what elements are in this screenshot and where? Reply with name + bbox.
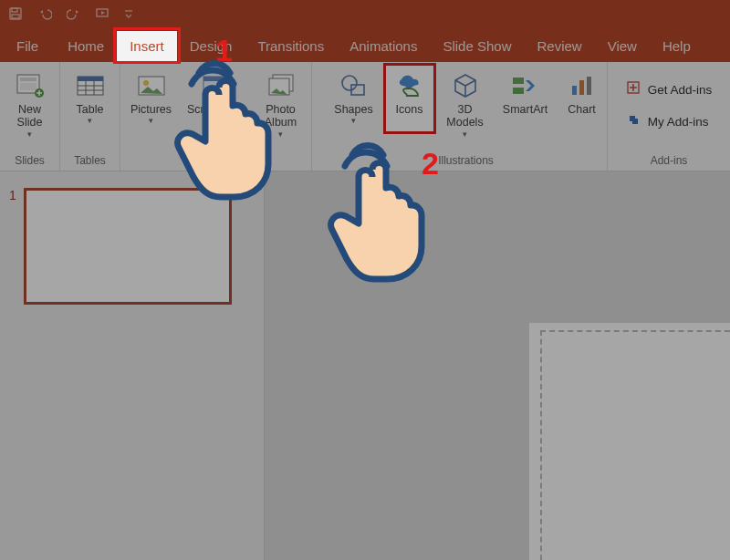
annotation-step-1: 1 — [215, 33, 233, 68]
thumbnail-item[interactable]: 1 — [9, 188, 255, 305]
pictures-button[interactable]: Pictures▾ — [125, 66, 178, 131]
group-slides: New Slide▾ Slides — [0, 62, 60, 171]
pictures-label: Pictures — [130, 103, 172, 116]
title-bar — [0, 0, 730, 27]
chart-icon — [566, 70, 599, 101]
slide-thumbnails-pane[interactable]: 1 — [0, 171, 265, 560]
group-tables-label: Tables — [66, 151, 114, 171]
ribbon: New Slide▾ Slides Table▾ Tables — [0, 62, 730, 171]
table-label: Table — [77, 103, 104, 116]
icons-icon — [393, 70, 426, 101]
group-illustrations: Shapes▾ Icons 3D Models▾ — [325, 62, 608, 171]
group-slides-label: Slides — [5, 151, 54, 171]
my-addins-button[interactable]: My Add-ins — [626, 112, 713, 131]
svg-rect-6 — [20, 83, 36, 90]
slide-canvas-area[interactable] — [265, 171, 730, 560]
svg-rect-20 — [572, 86, 577, 95]
tab-view[interactable]: View — [595, 31, 650, 62]
thumbnail-preview[interactable] — [24, 188, 232, 305]
svg-rect-5 — [20, 78, 36, 81]
icons-label: Icons — [396, 103, 423, 116]
powerpoint-window: File Home Insert Design Transitions Anim… — [0, 0, 730, 560]
shapes-label: Shapes — [334, 103, 372, 116]
svg-point-11 — [143, 80, 149, 86]
chart-button[interactable]: Chart — [559, 66, 605, 131]
slide-canvas[interactable] — [529, 323, 730, 560]
shapes-icon — [338, 70, 370, 101]
photo-album-label: Photo Album — [265, 103, 297, 130]
3d-models-button[interactable]: 3D Models▾ — [439, 66, 492, 141]
tab-design[interactable]: Design — [177, 31, 245, 62]
thumbnail-index: 1 — [9, 188, 16, 305]
tab-file[interactable]: File — [0, 31, 55, 62]
chart-label: Chart — [568, 103, 596, 116]
group-images: Pictures▾ Screenshot▾ Photo Album▾ Image… — [120, 62, 312, 171]
tab-animations[interactable]: Animations — [337, 31, 430, 62]
tab-slideshow[interactable]: Slide Show — [430, 31, 524, 62]
ribbon-tabs: File Home Insert Design Transitions Anim… — [0, 27, 730, 62]
qat-customize-icon[interactable] — [124, 5, 133, 22]
table-button[interactable]: Table▾ — [64, 66, 117, 131]
smartart-button[interactable]: SmartArt — [497, 66, 554, 131]
svg-point-16 — [342, 76, 357, 90]
redo-icon[interactable] — [66, 5, 82, 22]
group-tables: Table▾ Tables — [60, 62, 120, 171]
icons-button[interactable]: Icons — [386, 66, 433, 131]
svg-rect-9 — [78, 77, 103, 81]
tab-transitions[interactable]: Transitions — [245, 31, 337, 62]
photo-album-button[interactable]: Photo Album▾ — [255, 66, 308, 141]
new-slide-label: New Slide — [17, 103, 43, 130]
group-images-label: Images — [126, 151, 306, 171]
pictures-icon — [135, 70, 168, 101]
save-icon[interactable] — [7, 5, 24, 22]
tab-insert[interactable]: Insert — [117, 31, 177, 62]
undo-icon[interactable] — [36, 5, 53, 22]
tab-home[interactable]: Home — [55, 31, 117, 62]
svg-rect-1 — [12, 8, 17, 12]
svg-rect-13 — [203, 77, 229, 81]
svg-rect-2 — [12, 15, 19, 18]
get-addins-label: Get Add-ins — [648, 83, 713, 97]
screenshot-button[interactable]: Screenshot▾ — [183, 66, 249, 131]
smartart-label: SmartArt — [503, 103, 548, 116]
3d-models-label: 3D Models — [446, 103, 483, 130]
screenshot-icon — [200, 70, 233, 101]
tab-help[interactable]: Help — [650, 31, 704, 62]
svg-rect-19 — [513, 88, 524, 94]
new-slide-icon — [14, 70, 47, 101]
svg-rect-22 — [587, 77, 591, 95]
group-illustrations-label: Illustrations — [330, 151, 601, 171]
group-addins: Get Add-ins My Add-ins Add-ins — [608, 62, 730, 171]
get-addins-button[interactable]: Get Add-ins — [626, 80, 713, 99]
group-addins-label: Add-ins — [613, 151, 725, 171]
3d-models-icon — [449, 70, 482, 101]
photo-album-icon — [265, 70, 297, 101]
svg-rect-18 — [513, 78, 524, 84]
shapes-button[interactable]: Shapes▾ — [328, 66, 381, 131]
tab-review[interactable]: Review — [524, 31, 594, 62]
workspace: 1 — [0, 171, 730, 560]
screenshot-label: Screenshot — [187, 103, 245, 116]
smartart-icon — [509, 70, 542, 101]
table-icon — [74, 70, 107, 101]
content-placeholder[interactable] — [540, 330, 730, 560]
my-addins-icon — [626, 112, 642, 131]
my-addins-label: My Add-ins — [648, 115, 709, 129]
get-addins-icon — [626, 80, 642, 99]
new-slide-button[interactable]: New Slide▾ — [4, 66, 57, 141]
svg-rect-21 — [579, 80, 584, 95]
start-from-beginning-icon[interactable] — [95, 5, 111, 22]
annotation-step-2: 2 — [422, 146, 439, 181]
